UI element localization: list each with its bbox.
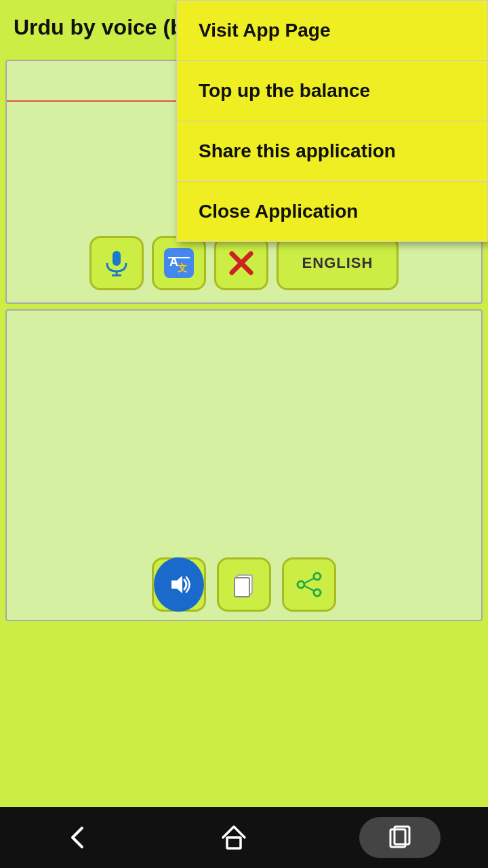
dropdown-overlay[interactable]: Visit App Page Top up the balance Share …: [0, 0, 488, 868]
menu-item-share-app[interactable]: Share this application: [177, 121, 487, 182]
menu-item-top-up[interactable]: Top up the balance: [177, 61, 487, 121]
app-container: Urdu by voice (b: [0, 0, 488, 868]
menu-item-close-app[interactable]: Close Application: [177, 182, 487, 241]
menu-item-visit-app[interactable]: Visit App Page: [177, 1, 487, 61]
dropdown-menu: Visit App Page Top up the balance Share …: [176, 0, 488, 242]
